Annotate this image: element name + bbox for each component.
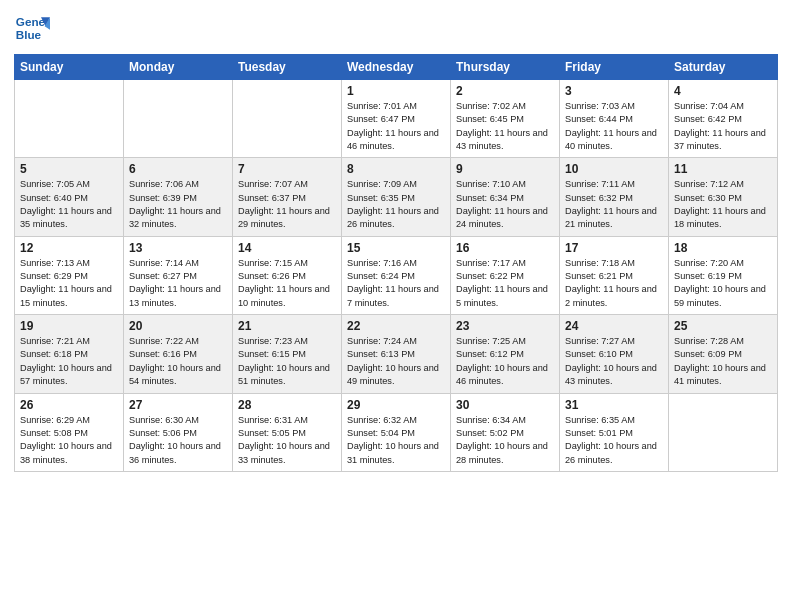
day-number: 27 (129, 398, 227, 412)
day-header-sunday: Sunday (15, 55, 124, 80)
day-header-saturday: Saturday (669, 55, 778, 80)
calendar-cell (124, 80, 233, 158)
calendar-cell: 27Sunrise: 6:30 AMSunset: 5:06 PMDayligh… (124, 393, 233, 471)
day-info: Sunrise: 7:03 AMSunset: 6:44 PMDaylight:… (565, 100, 663, 153)
day-info: Sunrise: 7:20 AMSunset: 6:19 PMDaylight:… (674, 257, 772, 310)
day-info: Sunrise: 7:21 AMSunset: 6:18 PMDaylight:… (20, 335, 118, 388)
day-info: Sunrise: 7:01 AMSunset: 6:47 PMDaylight:… (347, 100, 445, 153)
calendar-header-row: SundayMondayTuesdayWednesdayThursdayFrid… (15, 55, 778, 80)
day-info: Sunrise: 7:27 AMSunset: 6:10 PMDaylight:… (565, 335, 663, 388)
calendar-cell: 4Sunrise: 7:04 AMSunset: 6:42 PMDaylight… (669, 80, 778, 158)
calendar-table: SundayMondayTuesdayWednesdayThursdayFrid… (14, 54, 778, 472)
calendar-cell: 25Sunrise: 7:28 AMSunset: 6:09 PMDayligh… (669, 315, 778, 393)
calendar-cell (233, 80, 342, 158)
calendar-cell: 8Sunrise: 7:09 AMSunset: 6:35 PMDaylight… (342, 158, 451, 236)
calendar-cell (669, 393, 778, 471)
calendar-cell: 11Sunrise: 7:12 AMSunset: 6:30 PMDayligh… (669, 158, 778, 236)
calendar-cell: 16Sunrise: 7:17 AMSunset: 6:22 PMDayligh… (451, 236, 560, 314)
day-number: 10 (565, 162, 663, 176)
day-number: 9 (456, 162, 554, 176)
day-number: 15 (347, 241, 445, 255)
calendar-cell: 2Sunrise: 7:02 AMSunset: 6:45 PMDaylight… (451, 80, 560, 158)
calendar-cell: 23Sunrise: 7:25 AMSunset: 6:12 PMDayligh… (451, 315, 560, 393)
day-info: Sunrise: 7:05 AMSunset: 6:40 PMDaylight:… (20, 178, 118, 231)
calendar-cell: 30Sunrise: 6:34 AMSunset: 5:02 PMDayligh… (451, 393, 560, 471)
day-number: 4 (674, 84, 772, 98)
day-number: 5 (20, 162, 118, 176)
day-number: 16 (456, 241, 554, 255)
svg-text:Blue: Blue (16, 28, 42, 41)
calendar-week-row: 26Sunrise: 6:29 AMSunset: 5:08 PMDayligh… (15, 393, 778, 471)
day-info: Sunrise: 7:24 AMSunset: 6:13 PMDaylight:… (347, 335, 445, 388)
day-number: 14 (238, 241, 336, 255)
day-number: 20 (129, 319, 227, 333)
calendar-week-row: 5Sunrise: 7:05 AMSunset: 6:40 PMDaylight… (15, 158, 778, 236)
calendar-cell: 22Sunrise: 7:24 AMSunset: 6:13 PMDayligh… (342, 315, 451, 393)
calendar-cell: 19Sunrise: 7:21 AMSunset: 6:18 PMDayligh… (15, 315, 124, 393)
calendar-cell: 17Sunrise: 7:18 AMSunset: 6:21 PMDayligh… (560, 236, 669, 314)
day-number: 25 (674, 319, 772, 333)
day-info: Sunrise: 7:14 AMSunset: 6:27 PMDaylight:… (129, 257, 227, 310)
day-number: 3 (565, 84, 663, 98)
day-info: Sunrise: 6:35 AMSunset: 5:01 PMDaylight:… (565, 414, 663, 467)
day-info: Sunrise: 7:02 AMSunset: 6:45 PMDaylight:… (456, 100, 554, 153)
calendar-cell: 24Sunrise: 7:27 AMSunset: 6:10 PMDayligh… (560, 315, 669, 393)
day-header-wednesday: Wednesday (342, 55, 451, 80)
day-number: 23 (456, 319, 554, 333)
day-info: Sunrise: 7:11 AMSunset: 6:32 PMDaylight:… (565, 178, 663, 231)
page: General Blue SundayMondayTuesdayWednesda… (0, 0, 792, 612)
day-info: Sunrise: 7:18 AMSunset: 6:21 PMDaylight:… (565, 257, 663, 310)
calendar-cell: 3Sunrise: 7:03 AMSunset: 6:44 PMDaylight… (560, 80, 669, 158)
calendar-cell: 13Sunrise: 7:14 AMSunset: 6:27 PMDayligh… (124, 236, 233, 314)
calendar-cell: 1Sunrise: 7:01 AMSunset: 6:47 PMDaylight… (342, 80, 451, 158)
calendar-cell: 5Sunrise: 7:05 AMSunset: 6:40 PMDaylight… (15, 158, 124, 236)
day-number: 8 (347, 162, 445, 176)
day-number: 31 (565, 398, 663, 412)
calendar-cell: 7Sunrise: 7:07 AMSunset: 6:37 PMDaylight… (233, 158, 342, 236)
day-info: Sunrise: 7:16 AMSunset: 6:24 PMDaylight:… (347, 257, 445, 310)
day-info: Sunrise: 6:34 AMSunset: 5:02 PMDaylight:… (456, 414, 554, 467)
calendar-cell: 10Sunrise: 7:11 AMSunset: 6:32 PMDayligh… (560, 158, 669, 236)
calendar-cell: 6Sunrise: 7:06 AMSunset: 6:39 PMDaylight… (124, 158, 233, 236)
day-info: Sunrise: 7:25 AMSunset: 6:12 PMDaylight:… (456, 335, 554, 388)
day-info: Sunrise: 7:13 AMSunset: 6:29 PMDaylight:… (20, 257, 118, 310)
day-header-monday: Monday (124, 55, 233, 80)
day-header-friday: Friday (560, 55, 669, 80)
calendar-cell: 31Sunrise: 6:35 AMSunset: 5:01 PMDayligh… (560, 393, 669, 471)
calendar-week-row: 19Sunrise: 7:21 AMSunset: 6:18 PMDayligh… (15, 315, 778, 393)
day-number: 11 (674, 162, 772, 176)
day-info: Sunrise: 7:23 AMSunset: 6:15 PMDaylight:… (238, 335, 336, 388)
calendar-cell: 9Sunrise: 7:10 AMSunset: 6:34 PMDaylight… (451, 158, 560, 236)
calendar-cell: 28Sunrise: 6:31 AMSunset: 5:05 PMDayligh… (233, 393, 342, 471)
day-number: 28 (238, 398, 336, 412)
header: General Blue (14, 10, 778, 46)
calendar-week-row: 1Sunrise: 7:01 AMSunset: 6:47 PMDaylight… (15, 80, 778, 158)
day-number: 13 (129, 241, 227, 255)
calendar-cell: 12Sunrise: 7:13 AMSunset: 6:29 PMDayligh… (15, 236, 124, 314)
day-info: Sunrise: 6:32 AMSunset: 5:04 PMDaylight:… (347, 414, 445, 467)
day-number: 24 (565, 319, 663, 333)
day-number: 7 (238, 162, 336, 176)
logo-icon: General Blue (14, 10, 50, 46)
day-header-thursday: Thursday (451, 55, 560, 80)
day-info: Sunrise: 6:30 AMSunset: 5:06 PMDaylight:… (129, 414, 227, 467)
calendar-cell: 15Sunrise: 7:16 AMSunset: 6:24 PMDayligh… (342, 236, 451, 314)
day-number: 21 (238, 319, 336, 333)
day-number: 30 (456, 398, 554, 412)
day-info: Sunrise: 7:10 AMSunset: 6:34 PMDaylight:… (456, 178, 554, 231)
calendar-cell (15, 80, 124, 158)
day-info: Sunrise: 7:12 AMSunset: 6:30 PMDaylight:… (674, 178, 772, 231)
day-number: 1 (347, 84, 445, 98)
day-info: Sunrise: 7:04 AMSunset: 6:42 PMDaylight:… (674, 100, 772, 153)
day-info: Sunrise: 7:06 AMSunset: 6:39 PMDaylight:… (129, 178, 227, 231)
day-header-tuesday: Tuesday (233, 55, 342, 80)
day-info: Sunrise: 7:28 AMSunset: 6:09 PMDaylight:… (674, 335, 772, 388)
day-number: 2 (456, 84, 554, 98)
day-number: 17 (565, 241, 663, 255)
day-info: Sunrise: 6:29 AMSunset: 5:08 PMDaylight:… (20, 414, 118, 467)
calendar-week-row: 12Sunrise: 7:13 AMSunset: 6:29 PMDayligh… (15, 236, 778, 314)
day-info: Sunrise: 7:07 AMSunset: 6:37 PMDaylight:… (238, 178, 336, 231)
calendar-cell: 29Sunrise: 6:32 AMSunset: 5:04 PMDayligh… (342, 393, 451, 471)
day-number: 6 (129, 162, 227, 176)
day-number: 19 (20, 319, 118, 333)
